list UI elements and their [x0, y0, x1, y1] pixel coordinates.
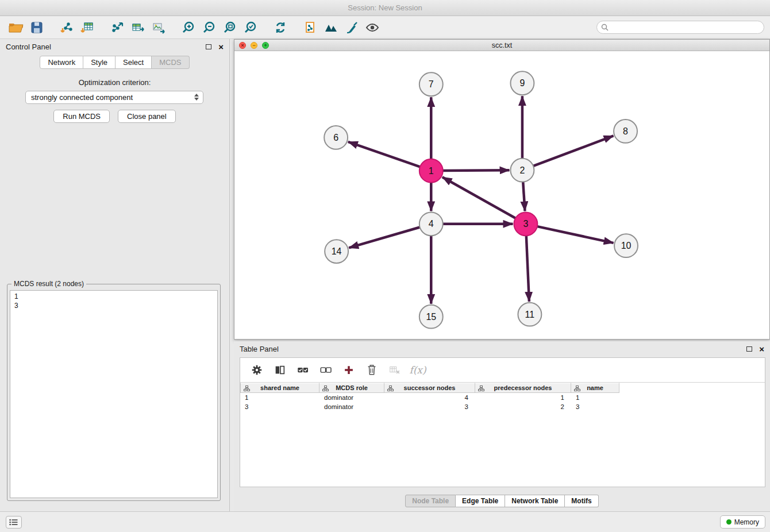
- graph-node-4[interactable]: 4: [419, 212, 443, 236]
- float-table-panel-icon[interactable]: [746, 346, 752, 352]
- table-cell[interactable]: 3: [571, 402, 619, 411]
- control-panel-tab-select[interactable]: Select: [116, 56, 152, 69]
- show-columns-button[interactable]: [272, 363, 287, 377]
- graph-node-10[interactable]: 10: [614, 234, 638, 257]
- zoom-out-icon: [202, 21, 216, 34]
- column-type-icon: [574, 385, 580, 391]
- deselect-all-columns-button[interactable]: [318, 363, 333, 377]
- export-image-button[interactable]: [148, 18, 169, 37]
- control-panel-tab-mcds[interactable]: MCDS: [152, 56, 189, 69]
- table-cell[interactable]: 4: [384, 393, 475, 402]
- column-header-successor-nodes[interactable]: successor nodes: [384, 383, 475, 393]
- graph-edge-3-11[interactable]: [526, 236, 529, 302]
- control-panel-close-icon[interactable]: ×: [218, 43, 224, 51]
- close-panel-button[interactable]: Close panel: [118, 110, 176, 123]
- graph-edge-3-1[interactable]: [442, 177, 515, 218]
- search-field[interactable]: [596, 21, 764, 34]
- table-cell[interactable]: 2: [475, 402, 571, 411]
- zoom-selected-button[interactable]: [240, 18, 261, 37]
- annotation-button[interactable]: [341, 18, 362, 37]
- table-tab-motifs[interactable]: Motifs: [565, 495, 598, 507]
- zoom-fit-icon: [223, 21, 237, 34]
- table-panel-close-icon[interactable]: ×: [759, 345, 764, 353]
- delete-table-button[interactable]: [387, 363, 402, 377]
- mcds-result-item: 1: [14, 292, 213, 301]
- delete-table-icon: [388, 364, 401, 376]
- import-network-button[interactable]: [56, 18, 77, 37]
- import-table-button[interactable]: [77, 18, 98, 37]
- close-window-button[interactable]: ×: [239, 42, 246, 49]
- show-graphics-details-button[interactable]: [362, 18, 383, 37]
- table-cell[interactable]: 3: [384, 402, 475, 411]
- mcds-result-list[interactable]: 13: [10, 290, 218, 498]
- table-panel-header: Table Panel ×: [234, 341, 770, 356]
- zoom-selected-icon: [244, 21, 257, 34]
- table-cell[interactable]: 1: [240, 393, 319, 402]
- graph-node-6[interactable]: 6: [324, 126, 348, 149]
- graph-edge-1-6[interactable]: [348, 142, 420, 167]
- table-cell[interactable]: dominator: [319, 402, 384, 411]
- table-cell[interactable]: dominator: [319, 393, 384, 402]
- table-tab-network-table[interactable]: Network Table: [505, 495, 565, 507]
- maximize-window-button[interactable]: +: [262, 42, 269, 49]
- graph-edge-3-10[interactable]: [537, 226, 614, 243]
- graph-edge-2-8[interactable]: [533, 136, 613, 166]
- optimization-criterion-label: Optimization criterion:: [0, 78, 229, 87]
- graph-node-2[interactable]: 2: [510, 159, 534, 182]
- graph-edge-1-2[interactable]: [443, 170, 510, 171]
- table-row[interactable]: 3dominator323: [240, 402, 765, 411]
- column-header-name[interactable]: name: [571, 383, 619, 393]
- table-cell[interactable]: 1: [475, 393, 571, 402]
- panel-toggle-button[interactable]: [6, 516, 22, 529]
- graph-edge-2-3[interactable]: [523, 182, 525, 211]
- zoom-fit-button[interactable]: [220, 18, 240, 37]
- table-cell[interactable]: 1: [571, 393, 619, 402]
- table-tab-node-table[interactable]: Node Table: [405, 495, 456, 507]
- graph-node-9[interactable]: 9: [510, 71, 534, 95]
- graph-node-14[interactable]: 14: [325, 240, 348, 263]
- control-panel-tab-style[interactable]: Style: [83, 56, 116, 69]
- graph-edge-4-14[interactable]: [349, 228, 419, 248]
- network-document-button[interactable]: [300, 18, 321, 37]
- control-panel-tabs: NetworkStyleSelectMCDS: [0, 56, 229, 69]
- zoom-out-button[interactable]: [199, 18, 220, 37]
- minimize-window-button[interactable]: −: [251, 42, 257, 49]
- add-column-button[interactable]: [341, 363, 356, 377]
- function-builder-button[interactable]: f(x): [410, 363, 425, 377]
- column-header-shared-name[interactable]: shared name: [240, 383, 319, 393]
- column-header-predecessor-nodes[interactable]: predecessor nodes: [475, 383, 571, 393]
- column-type-icon: [322, 385, 329, 391]
- svg-text:3: 3: [523, 219, 528, 229]
- delete-column-button[interactable]: [364, 363, 379, 377]
- graph-node-3[interactable]: 3: [514, 212, 537, 236]
- save-session-button[interactable]: [26, 18, 47, 37]
- memory-button[interactable]: Memory: [720, 515, 765, 529]
- criterion-dropdown[interactable]: strongly connected component: [25, 91, 203, 104]
- graph-node-7[interactable]: 7: [419, 72, 443, 96]
- graph-node-1[interactable]: 1: [419, 159, 443, 183]
- export-table-button[interactable]: [128, 18, 148, 37]
- search-input[interactable]: [611, 24, 760, 32]
- network-graph[interactable]: 7968124314101511: [234, 51, 769, 339]
- table-settings-button[interactable]: [249, 363, 264, 377]
- graph-node-15[interactable]: 15: [419, 305, 443, 329]
- apply-layout-button[interactable]: [270, 18, 291, 37]
- table-tab-edge-table[interactable]: Edge Table: [456, 495, 505, 507]
- select-all-columns-button[interactable]: [295, 363, 310, 377]
- column-header-MCDS-role[interactable]: MCDS role: [319, 383, 384, 393]
- first-neighbors-button[interactable]: [321, 18, 341, 37]
- open-session-button[interactable]: [6, 18, 26, 37]
- float-panel-icon[interactable]: [206, 44, 211, 49]
- graph-node-11[interactable]: 11: [518, 303, 541, 326]
- export-network-button[interactable]: [107, 18, 128, 37]
- zoom-in-button[interactable]: [178, 18, 199, 37]
- control-panel-tab-network[interactable]: Network: [40, 56, 83, 69]
- graph-node-8[interactable]: 8: [614, 119, 637, 143]
- mcds-result-title: MCDS result (2 nodes): [11, 280, 86, 288]
- table-cell[interactable]: 3: [240, 402, 319, 411]
- table-row[interactable]: 1dominator411: [240, 393, 765, 402]
- run-mcds-button[interactable]: Run MCDS: [53, 110, 110, 123]
- mountains-icon: [324, 21, 338, 34]
- column-type-icon: [478, 385, 484, 391]
- network-window-titlebar: × − + scc.txt: [234, 40, 769, 51]
